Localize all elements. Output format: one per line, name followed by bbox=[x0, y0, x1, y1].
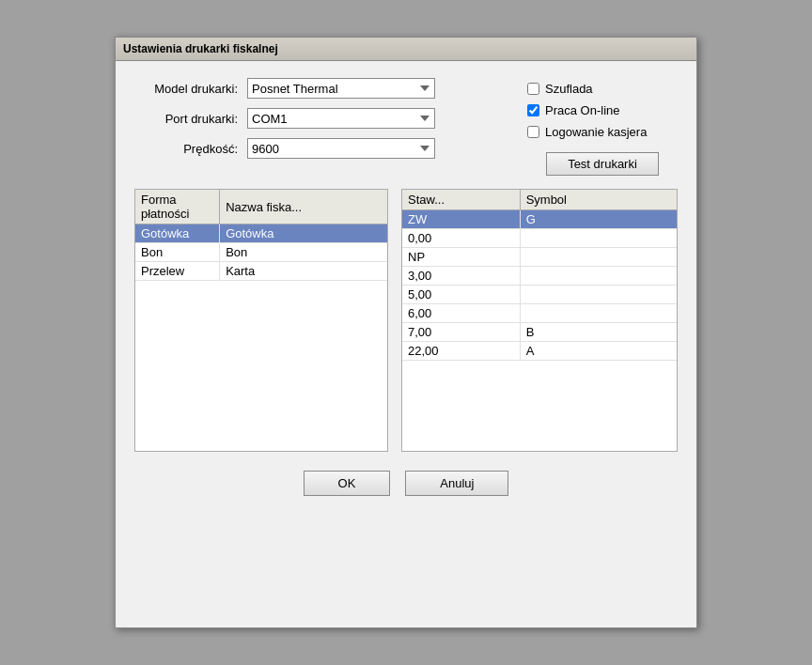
window-content: Model drukarki: Posnet Thermal Port druk… bbox=[116, 61, 696, 520]
cell-nazwa: Bon bbox=[220, 243, 387, 262]
cell-symbol: G bbox=[520, 210, 677, 229]
praca-online-checkbox[interactable] bbox=[527, 104, 539, 116]
szuflada-row: Szuflada bbox=[527, 82, 678, 96]
port-select[interactable]: COM1 bbox=[247, 108, 435, 129]
cell-symbol bbox=[520, 229, 677, 248]
cell-symbol: A bbox=[520, 342, 677, 361]
tax-table-row[interactable]: 22,00A bbox=[402, 342, 677, 361]
cell-stawka: 5,00 bbox=[402, 286, 520, 304]
ok-button[interactable]: OK bbox=[304, 471, 391, 496]
payment-table-row[interactable]: PrzelewKarta bbox=[135, 262, 387, 281]
model-label: Model drukarki: bbox=[134, 82, 247, 96]
model-select[interactable]: Posnet Thermal bbox=[247, 78, 435, 99]
tables-section: Forma płatności Nazwa fiska... GotówkaGo… bbox=[134, 189, 678, 452]
cell-symbol: B bbox=[520, 323, 677, 342]
cell-stawka: 7,00 bbox=[402, 323, 520, 342]
cancel-button[interactable]: Anuluj bbox=[405, 471, 508, 496]
cell-stawka: 0,00 bbox=[402, 229, 520, 248]
logowanie-checkbox[interactable] bbox=[527, 126, 539, 138]
col-staw-header: Staw... bbox=[402, 190, 520, 210]
tax-table-row[interactable]: 0,00 bbox=[402, 229, 677, 248]
left-form: Model drukarki: Posnet Thermal Port druk… bbox=[134, 78, 508, 176]
window-title: Ustawienia drukarki fiskalnej bbox=[123, 42, 278, 55]
payment-table: Forma płatności Nazwa fiska... GotówkaGo… bbox=[135, 190, 387, 281]
main-top-section: Model drukarki: Posnet Thermal Port druk… bbox=[134, 78, 678, 176]
payment-table-body: GotówkaGotówkaBonBonPrzelewKarta bbox=[135, 224, 387, 281]
payment-table-row[interactable]: GotówkaGotówka bbox=[135, 224, 387, 243]
payment-table-row[interactable]: BonBon bbox=[135, 243, 387, 262]
speed-select[interactable]: 9600 bbox=[247, 138, 435, 159]
col-forma-header: Forma płatności bbox=[135, 190, 220, 224]
main-window: Ustawienia drukarki fiskalnej Model druk… bbox=[115, 37, 697, 628]
cell-forma: Bon bbox=[135, 243, 220, 262]
col-nazwa-header: Nazwa fiska... bbox=[220, 190, 387, 224]
col-symbol-header: Symbol bbox=[520, 190, 677, 210]
tax-table: Staw... Symbol ZWG0,00NP3,005,006,007,00… bbox=[402, 190, 677, 361]
tax-table-row[interactable]: 5,00 bbox=[402, 286, 677, 304]
bottom-buttons: OK Anuluj bbox=[134, 471, 678, 505]
szuflada-checkbox[interactable] bbox=[527, 83, 539, 95]
port-row: Port drukarki: COM1 bbox=[134, 108, 508, 129]
praca-online-label: Praca On-line bbox=[545, 103, 619, 117]
right-table-container: Staw... Symbol ZWG0,00NP3,005,006,007,00… bbox=[401, 189, 678, 452]
cell-nazwa: Gotówka bbox=[220, 224, 387, 243]
cell-stawka: 22,00 bbox=[402, 342, 520, 361]
cell-forma: Przelew bbox=[135, 262, 220, 281]
tax-table-body: ZWG0,00NP3,005,006,007,00B22,00A bbox=[402, 210, 677, 361]
logowanie-row: Logowanie kasjera bbox=[527, 125, 678, 139]
test-button-row: Test drukarki bbox=[527, 152, 678, 176]
cell-stawka: 6,00 bbox=[402, 304, 520, 323]
cell-symbol bbox=[520, 286, 677, 304]
tax-table-row[interactable]: ZWG bbox=[402, 210, 677, 229]
cell-stawka: NP bbox=[402, 248, 520, 267]
szuflada-label: Szuflada bbox=[545, 82, 593, 96]
cell-forma: Gotówka bbox=[135, 224, 220, 243]
right-options: Szuflada Praca On-line Logowanie kasjera… bbox=[508, 78, 678, 176]
port-label: Port drukarki: bbox=[134, 112, 247, 126]
model-row: Model drukarki: Posnet Thermal bbox=[134, 78, 508, 99]
logowanie-label: Logowanie kasjera bbox=[545, 125, 647, 139]
tax-table-row[interactable]: NP bbox=[402, 248, 677, 267]
speed-label: Prędkość: bbox=[134, 142, 247, 156]
title-bar: Ustawienia drukarki fiskalnej bbox=[116, 38, 696, 61]
test-drukarki-button[interactable]: Test drukarki bbox=[546, 152, 659, 176]
praca-online-row: Praca On-line bbox=[527, 103, 678, 117]
cell-symbol bbox=[520, 267, 677, 286]
speed-row: Prędkość: 9600 bbox=[134, 138, 508, 159]
tax-table-row[interactable]: 3,00 bbox=[402, 267, 677, 286]
cell-symbol bbox=[520, 248, 677, 267]
cell-stawka: 3,00 bbox=[402, 267, 520, 286]
left-table-container: Forma płatności Nazwa fiska... GotówkaGo… bbox=[134, 189, 388, 452]
tax-table-row[interactable]: 7,00B bbox=[402, 323, 677, 342]
cell-stawka: ZW bbox=[402, 210, 520, 229]
tax-table-row[interactable]: 6,00 bbox=[402, 304, 677, 323]
cell-symbol bbox=[520, 304, 677, 323]
cell-nazwa: Karta bbox=[220, 262, 387, 281]
